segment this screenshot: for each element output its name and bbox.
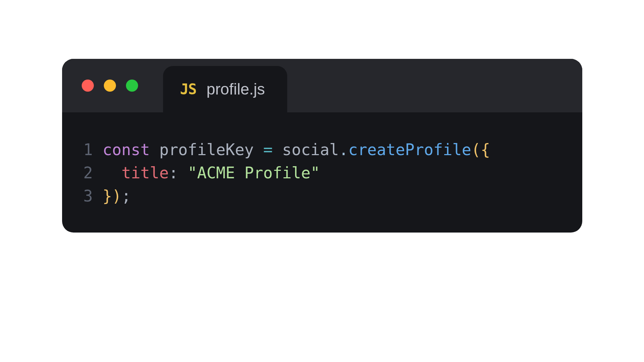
line-number: 3	[83, 184, 103, 208]
maximize-icon[interactable]	[126, 80, 138, 92]
window-controls	[82, 80, 138, 92]
code-editor-window: JS profile.js 1 const profileKey = socia…	[62, 59, 582, 233]
javascript-icon: JS	[180, 81, 197, 97]
code-text: const profileKey = social.createProfile(…	[103, 138, 490, 161]
code-text: });	[103, 184, 131, 208]
line-number: 2	[83, 161, 103, 184]
tab-profile-js[interactable]: JS profile.js	[163, 66, 287, 112]
code-editor-content[interactable]: 1 const profileKey = social.createProfil…	[62, 112, 582, 233]
tab-title: profile.js	[207, 80, 265, 98]
line-number: 1	[83, 138, 103, 161]
code-line: 1 const profileKey = social.createProfil…	[83, 138, 582, 161]
window-titlebar: JS profile.js	[62, 59, 582, 112]
minimize-icon[interactable]	[104, 80, 116, 92]
code-line: 2 title: "ACME Profile"	[83, 161, 582, 184]
code-text: title: "ACME Profile"	[103, 161, 320, 184]
code-line: 3 });	[83, 184, 582, 208]
close-icon[interactable]	[82, 80, 94, 92]
